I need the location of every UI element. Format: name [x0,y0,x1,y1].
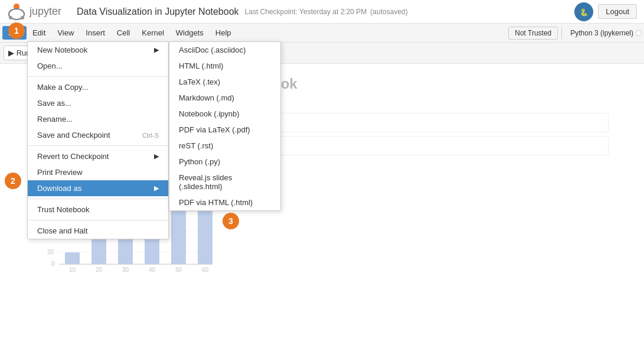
step-3-badge: 3 [223,213,239,229]
menu-print-preview[interactable]: Print Preview [28,164,168,180]
menu-new-notebook[interactable]: New Notebook ▶ [28,42,168,58]
svg-point-3 [21,16,24,20]
menu-revert-checkpoint[interactable]: Revert to Checkpoint ▶ [28,148,168,164]
svg-point-4 [15,5,18,8]
notebook-title: Data Visualization in Jupyter Notebook [77,7,239,17]
svg-text:50: 50 [175,267,182,273]
svg-text:0: 0 [51,261,55,267]
menu-view[interactable]: View [51,26,80,40]
save-shortcut: Ctrl-S [142,132,159,139]
svg-text:20: 20 [47,249,54,255]
menu-edit[interactable]: Edit [27,26,51,40]
download-arrow: ▶ [154,184,159,192]
header: jupyter Data Visualization in Jupyter No… [0,0,644,24]
menu-cell[interactable]: Cell [111,26,136,40]
step-1-badge: 1 [8,22,25,39]
menu-open[interactable]: Open... [28,58,168,74]
svg-text:20: 20 [96,267,103,273]
jupyter-text: jupyter [30,5,61,18]
download-pdf-latex[interactable]: PDF via LaTeX (.pdf) [169,122,280,138]
download-markdown[interactable]: Markdown (.md) [169,90,280,106]
file-dropdown: New Notebook ▶ Open... Make a Copy... Sa… [27,41,169,239]
svg-text:40: 40 [149,267,156,273]
download-html[interactable]: HTML (.html) [169,58,280,74]
kernel-status-indicator [636,30,642,36]
menubar: File Edit View Insert Cell Kernel Widget… [0,24,644,43]
svg-text:30: 30 [122,267,129,273]
kernel-info: Python 3 (ipykernel) [570,29,642,37]
divider-4 [28,220,168,220]
download-notebook[interactable]: Notebook (.ipynb) [169,106,280,122]
autosaved-text: (autosaved) [370,8,407,16]
svg-rect-19 [65,252,80,264]
not-trusted-button[interactable]: Not Trusted [508,27,558,40]
download-python[interactable]: Python (.py) [169,154,280,170]
kernel-name: Python 3 (ipykernel) [570,29,633,37]
menu-save-as[interactable]: Save as... [28,95,168,111]
menu-rename[interactable]: Rename... [28,111,168,127]
download-submenu: AsciiDoc (.asciidoc) HTML (.html) LaTeX … [169,41,281,211]
menu-widgets[interactable]: Widgets [170,26,210,40]
menu-kernel[interactable]: Kernel [136,26,170,40]
divider-3 [28,199,168,199]
jupyter-logo-icon [7,2,26,21]
step-2-badge: 2 [5,173,21,189]
svg-text:60: 60 [202,267,209,273]
new-notebook-arrow: ▶ [154,46,159,54]
menu-help[interactable]: Help [210,26,237,40]
menu-make-copy[interactable]: Make a Copy... [28,79,168,95]
download-rst[interactable]: reST (.rst) [169,138,280,154]
checkpoint-info: Last Checkpoint: Yesterday at 2:20 PM [245,8,367,16]
download-latex[interactable]: LaTeX (.tex) [169,74,280,90]
menu-insert[interactable]: Insert [80,26,111,40]
svg-point-2 [9,16,12,20]
svg-text:🐍: 🐍 [580,8,589,17]
divider-1 [28,76,168,77]
python-logo-icon: 🐍 [574,2,593,21]
divider-2 [28,145,168,146]
menu-download-as[interactable]: Download as ▶ [28,180,168,196]
menu-save-checkpoint[interactable]: Save and Checkpoint Ctrl-S [28,127,168,143]
menu-close-halt[interactable]: Close and Halt [28,223,168,239]
menu-trust-notebook[interactable]: Trust Notebook [28,202,168,218]
menu-separator [561,27,562,39]
download-asciidoc[interactable]: AsciiDoc (.asciidoc) [169,42,280,58]
revert-arrow: ▶ [154,152,159,160]
download-revealjs[interactable]: Reveal.js slides (.slides.html) [169,170,280,194]
logo: jupyter [7,2,67,21]
logout-button[interactable]: Logout [598,4,637,19]
svg-text:10: 10 [69,267,76,273]
header-right: 🐍 Logout [574,2,637,21]
download-pdf-html[interactable]: PDF via HTML (.html) [169,194,280,210]
svg-rect-24 [198,211,213,264]
